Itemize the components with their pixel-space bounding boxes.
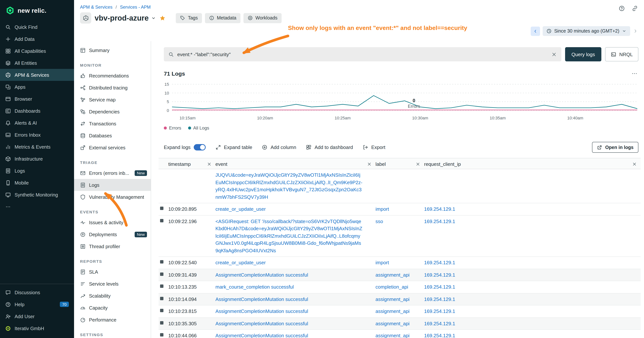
log-event-link[interactable]: AssignmentCompletionMutation successful (216, 272, 308, 277)
sidebar-item-all-entities[interactable]: All Entities (0, 57, 74, 69)
log-row[interactable]: 10:10:13.235 mark_course_completion succ… (158, 281, 641, 293)
permalink-icon[interactable] (632, 5, 638, 12)
sidebar-item-discussions[interactable]: Discussions (0, 286, 74, 298)
entity-dropdown-chevron-icon[interactable] (151, 16, 156, 21)
log-ip-link[interactable]: 169.254.129.1 (424, 206, 455, 212)
log-row[interactable]: 10:09:22.540 create_or_update_user impor… (158, 257, 641, 269)
workloads-button[interactable]: Workloads (244, 13, 282, 23)
add-to-dashboard-button[interactable]: Add to dashboard (306, 145, 353, 150)
service-nav-item-databases[interactable]: Databases (74, 130, 151, 142)
row-select-icon[interactable] (160, 309, 164, 312)
brand[interactable]: new relic. (0, 0, 74, 21)
sidebar-item-ellipsis[interactable] (0, 201, 74, 213)
service-nav-item-issues-activity[interactable]: Issues & activity (74, 216, 151, 228)
sidebar-item-add-user[interactable]: Add User (0, 310, 74, 322)
sidebar-item-apps[interactable]: Apps (0, 81, 74, 93)
log-event-link[interactable]: AssignmentCompletionMutation successful (216, 320, 308, 326)
service-nav-item-capacity[interactable]: Capacity (74, 302, 151, 314)
time-back-button[interactable] (531, 26, 540, 36)
log-query-input[interactable]: event:* -"label":"security" (164, 47, 561, 61)
service-nav-item-sla[interactable]: SLA (74, 266, 151, 278)
log-label-link[interactable]: assignment_api (376, 308, 410, 314)
log-label-link[interactable]: completion_api (376, 284, 408, 290)
sidebar-item-logs[interactable]: Logs (0, 165, 74, 177)
export-button[interactable]: Export (363, 145, 386, 150)
service-nav-item-performance[interactable]: Performance (74, 314, 151, 326)
log-label-link[interactable]: assignment_api (376, 296, 410, 302)
log-label-link[interactable]: assignment_api (376, 320, 410, 326)
time-picker[interactable]: Since 30 minutes ago (GMT+2) (543, 26, 630, 36)
log-event-link[interactable]: <ASGIRequest: GET '/sso/callback/?state=… (216, 218, 362, 253)
breadcrumb-services-apm[interactable]: Services - APM (120, 5, 150, 10)
sidebar-item-quick-find[interactable]: Quick Find (0, 21, 74, 33)
service-nav-item-errors-errors-inb[interactable]: Errors (errors inb... New (74, 167, 151, 179)
log-ip-link[interactable]: 169.254.129.1 (424, 218, 455, 224)
row-select-icon[interactable] (160, 333, 164, 336)
time-forward-icon[interactable] (633, 29, 638, 34)
log-label-link[interactable]: assignment_api (376, 272, 410, 277)
log-ip-link[interactable]: 169.254.129.1 (424, 284, 455, 290)
log-row[interactable]: 10:10:14.094 AssignmentCompletionMutatio… (158, 293, 641, 305)
tags-button[interactable]: Tags (176, 13, 202, 23)
log-row[interactable]: 10:10:44.066 AssignmentCompletionMutatio… (158, 330, 641, 338)
remove-column-icon[interactable] (367, 162, 372, 166)
sidebar-item-help[interactable]: Help 70 (0, 298, 74, 310)
sidebar-item-all-capabilities[interactable]: All Capabilities (0, 45, 74, 57)
service-nav-item-service-levels[interactable]: Service levels (74, 278, 151, 290)
row-select-icon[interactable] (160, 207, 164, 210)
sidebar-item-apm-services[interactable]: APM & Services (0, 69, 74, 81)
service-nav-item-thread-profiler[interactable]: Thread profiler (74, 240, 151, 252)
log-ip-link[interactable]: 169.254.129.1 (424, 296, 455, 302)
sidebar-item-iterativ-gmbh[interactable]: Iterativ GmbH (0, 322, 74, 334)
legend-item-all-logs[interactable]: All Logs (188, 125, 209, 131)
log-ip-link[interactable]: 169.254.129.1 (424, 260, 455, 265)
add-column-button[interactable]: Add column (262, 145, 296, 150)
service-nav-item-transactions[interactable]: Transactions (74, 118, 151, 130)
sidebar-item-dashboards[interactable]: Dashboards (0, 105, 74, 117)
service-nav-item-external-services[interactable]: External services (74, 142, 151, 153)
service-nav-item-vulnerability-management[interactable]: Vulnerability Management (74, 191, 151, 203)
service-nav-item-summary[interactable]: Summary (74, 44, 151, 56)
row-select-icon[interactable] (160, 321, 164, 324)
log-label-link[interactable]: import (376, 206, 389, 212)
help-icon[interactable] (618, 5, 625, 12)
sidebar-item-add-data[interactable]: Add Data (0, 33, 74, 45)
sidebar-item-mobile[interactable]: Mobile (0, 177, 74, 189)
row-select-icon[interactable] (160, 272, 164, 276)
log-event-link[interactable]: create_or_update_user (216, 206, 266, 212)
sidebar-item-errors-inbox[interactable]: Errors Inbox (0, 129, 74, 141)
sidebar-item-alerts-ai[interactable]: Alerts & AI (0, 117, 74, 129)
log-label-link[interactable]: import (376, 260, 389, 265)
breadcrumb-apm-services[interactable]: APM & Services (80, 5, 112, 10)
query-text[interactable]: event:* -"label":"security" (177, 52, 548, 57)
remove-column-icon[interactable] (416, 162, 420, 166)
service-nav-item-service-map[interactable]: Service map (74, 94, 151, 106)
log-row[interactable]: JUQVU&code=eyJraWQiOiJjcGltY29yZV8wOTl1M… (158, 169, 641, 203)
log-ip-link[interactable]: 169.254.129.1 (424, 272, 455, 277)
service-nav-item-logs[interactable]: Logs (74, 179, 151, 191)
toggle-on-icon[interactable] (194, 144, 206, 150)
row-select-icon[interactable] (160, 260, 164, 263)
legend-item-errors[interactable]: Errors (164, 125, 181, 131)
log-label-link[interactable]: sso (376, 218, 383, 224)
log-event-link[interactable]: AssignmentCompletionMutation successful (216, 333, 308, 338)
sidebar-item-infrastructure[interactable]: Infrastructure (0, 153, 74, 165)
open-in-logs-button[interactable]: Open in logs (592, 142, 638, 153)
expand-logs-toggle[interactable]: Expand logs (164, 144, 206, 150)
log-row[interactable]: 10:09:22.196 <ASGIRequest: GET '/sso/cal… (158, 215, 641, 257)
remove-column-icon[interactable] (632, 162, 637, 166)
service-nav-item-scalability[interactable]: Scalability (74, 290, 151, 302)
log-ip-link[interactable]: 169.254.129.1 (424, 308, 455, 314)
log-event-link[interactable]: JUQVU&code=eyJraWQiOiJjcGltY29yZV8wOTl1M… (216, 172, 362, 200)
row-select-icon[interactable] (160, 284, 164, 288)
log-event-link[interactable]: AssignmentCompletionMutation successful (216, 296, 308, 302)
service-nav-item-deployments[interactable]: Deployments New (74, 228, 151, 240)
row-select-icon[interactable] (160, 297, 164, 300)
more-options-icon[interactable] (631, 70, 638, 77)
sidebar-item-synthetic-monitoring[interactable]: Synthetic Monitoring (0, 189, 74, 201)
log-label-link[interactable]: assignment_api (376, 333, 410, 338)
log-event-link[interactable]: AssignmentCompletionMutation successful (216, 308, 308, 314)
remove-column-icon[interactable] (207, 162, 212, 166)
clear-query-icon[interactable] (551, 52, 557, 57)
log-row[interactable]: 10:09:31.439 AssignmentCompletionMutatio… (158, 269, 641, 281)
